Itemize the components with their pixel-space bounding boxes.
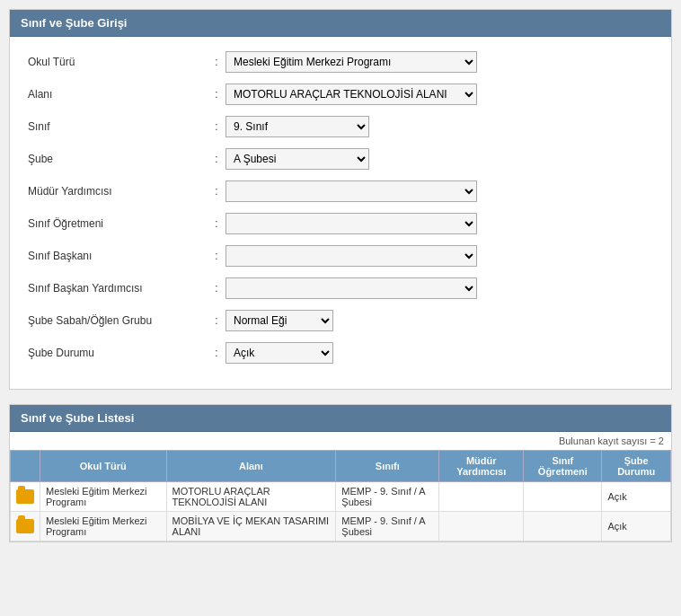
col-alani-header: Alanı <box>166 451 336 482</box>
sube-sabah-select[interactable]: Normal Eği <box>226 310 333 331</box>
sinif-colon: : <box>208 120 226 133</box>
sube-sabah-row: Şube Sabah/Öğlen Grubu : Normal Eği <box>28 310 653 331</box>
row2-ogretmen <box>524 512 602 541</box>
list-panel-body: Bulunan kayıt sayısı = 2 Okul Türü Alanı… <box>10 432 671 541</box>
row2-mudur <box>439 512 524 541</box>
mudur-yardimcisi-colon: : <box>208 185 226 198</box>
sinif-select[interactable]: 9. Sınıf <box>226 116 369 137</box>
col-icon-header <box>11 451 40 482</box>
list-panel-header: Sınıf ve Şube Listesi <box>10 405 671 432</box>
sinif-ogretmeni-colon: : <box>208 217 226 230</box>
row2-okul-turu: Mesleki Eğitim Merkezi Programı <box>40 512 167 541</box>
sube-control: A Şubesi <box>226 148 477 170</box>
row2-icon-cell <box>11 512 40 541</box>
sinif-control: 9. Sınıf <box>226 116 477 137</box>
col-durum-header: Şube Durumu <box>602 451 671 482</box>
sube-sabah-label: Şube Sabah/Öğlen Grubu <box>28 314 208 327</box>
row2-durum: Açık <box>602 512 671 541</box>
sube-durumu-row: Şube Durumu : Açık <box>28 342 653 364</box>
folder-icon <box>16 489 34 504</box>
col-mudur-header: Müdür Yardımcısı <box>439 451 524 482</box>
sube-colon: : <box>208 153 226 165</box>
row1-alani: MOTORLU ARAÇLAR TEKNOLOJİSİ ALANI <box>166 482 336 512</box>
sinif-ogretmeni-label: Sınıf Öğretmeni <box>28 217 208 230</box>
table-body: Mesleki Eğitim Merkezi Programı MOTORLU … <box>11 482 671 541</box>
col-sinifi-header: Sınıfı <box>336 451 439 482</box>
sinif-baskani-colon: : <box>208 250 226 262</box>
data-table: Okul Türü Alanı Sınıfı Müdür Yardımcısı … <box>10 450 671 541</box>
row1-ogretmen <box>524 482 602 512</box>
sube-sabah-colon: : <box>208 314 226 327</box>
sinif-row: Sınıf : 9. Sınıf <box>28 116 653 137</box>
alani-select[interactable]: MOTORLU ARAÇLAR TEKNOLOJİSİ ALANI <box>226 84 477 105</box>
sube-sabah-control: Normal Eği <box>226 310 477 331</box>
row2-sinifi: MEMP - 9. Sınıf / A Şubesi <box>336 512 439 541</box>
sube-durumu-label: Şube Durumu <box>28 347 208 359</box>
okul-turu-control: Mesleki Eğitim Merkezi Programı <box>226 51 477 73</box>
sube-select[interactable]: A Şubesi <box>226 148 369 170</box>
list-panel-title: Sınıf ve Şube Listesi <box>21 411 134 425</box>
form-panel: Sınıf ve Şube Girişi Okul Türü : Mesleki… <box>9 9 672 390</box>
row1-icon-cell <box>11 482 40 512</box>
alani-label: Alanı <box>28 88 208 101</box>
sinif-baskan-yardimcisi-select[interactable] <box>226 277 477 299</box>
sinif-baskan-yardimcisi-label: Sınıf Başkan Yardımcısı <box>28 282 208 295</box>
sinif-label: Sınıf <box>28 120 208 133</box>
sinif-ogretmeni-select[interactable] <box>226 213 477 234</box>
sinif-baskani-row: Sınıf Başkanı : <box>28 245 653 267</box>
col-okul-turu-header: Okul Türü <box>40 451 167 482</box>
mudur-yardimcisi-control <box>226 180 477 202</box>
sinif-baskani-control <box>226 245 477 267</box>
list-panel: Sınıf ve Şube Listesi Bulunan kayıt sayı… <box>9 404 672 542</box>
table-row: Mesleki Eğitim Merkezi Programı MOTORLU … <box>11 482 671 512</box>
mudur-yardimcisi-label: Müdür Yardımcısı <box>28 185 208 198</box>
col-ogretmen-header: Sınıf Öğretmeni <box>524 451 602 482</box>
table-header: Okul Türü Alanı Sınıfı Müdür Yardımcısı … <box>11 451 671 482</box>
okul-turu-label: Okul Türü <box>28 56 208 68</box>
row1-okul-turu: Mesleki Eğitim Merkezi Programı <box>40 482 167 512</box>
form-panel-header: Sınıf ve Şube Girişi <box>10 10 671 37</box>
okul-turu-select[interactable]: Mesleki Eğitim Merkezi Programı <box>226 51 477 73</box>
row1-mudur <box>439 482 524 512</box>
sinif-baskan-yardimcisi-colon: : <box>208 282 226 295</box>
table-row: Mesleki Eğitim Merkezi Programı MOBİLYA … <box>11 512 671 541</box>
sinif-baskani-label: Sınıf Başkanı <box>28 250 208 262</box>
row1-sinifi: MEMP - 9. Sınıf / A Şubesi <box>336 482 439 512</box>
sube-label: Şube <box>28 153 208 165</box>
form-panel-body: Okul Türü : Mesleki Eğitim Merkezi Progr… <box>10 37 671 389</box>
sinif-ogretmeni-row: Sınıf Öğretmeni : <box>28 213 653 234</box>
sube-durumu-select[interactable]: Açık <box>226 342 333 364</box>
row2-alani: MOBİLYA VE İÇ MEKAN TASARIMI ALANI <box>166 512 336 541</box>
form-panel-title: Sınıf ve Şube Girişi <box>21 16 127 30</box>
folder-icon <box>16 519 34 533</box>
mudur-yardimcisi-select[interactable] <box>226 180 477 202</box>
sube-row: Şube : A Şubesi <box>28 148 653 170</box>
sinif-ogretmeni-control <box>226 213 477 234</box>
sinif-baskan-yardimcisi-control <box>226 277 477 299</box>
alani-control: MOTORLU ARAÇLAR TEKNOLOJİSİ ALANI <box>226 84 477 105</box>
sinif-baskani-select[interactable] <box>226 245 477 267</box>
record-count: Bulunan kayıt sayısı = 2 <box>10 432 671 450</box>
okul-turu-colon: : <box>208 56 226 68</box>
alani-colon: : <box>208 88 226 101</box>
sube-durumu-control: Açık <box>226 342 477 364</box>
sinif-baskan-yardimcisi-row: Sınıf Başkan Yardımcısı : <box>28 277 653 299</box>
row1-durum: Açık <box>602 482 671 512</box>
sube-durumu-colon: : <box>208 347 226 359</box>
alani-row: Alanı : MOTORLU ARAÇLAR TEKNOLOJİSİ ALAN… <box>28 84 653 105</box>
okul-turu-row: Okul Türü : Mesleki Eğitim Merkezi Progr… <box>28 51 653 73</box>
mudur-yardimcisi-row: Müdür Yardımcısı : <box>28 180 653 202</box>
